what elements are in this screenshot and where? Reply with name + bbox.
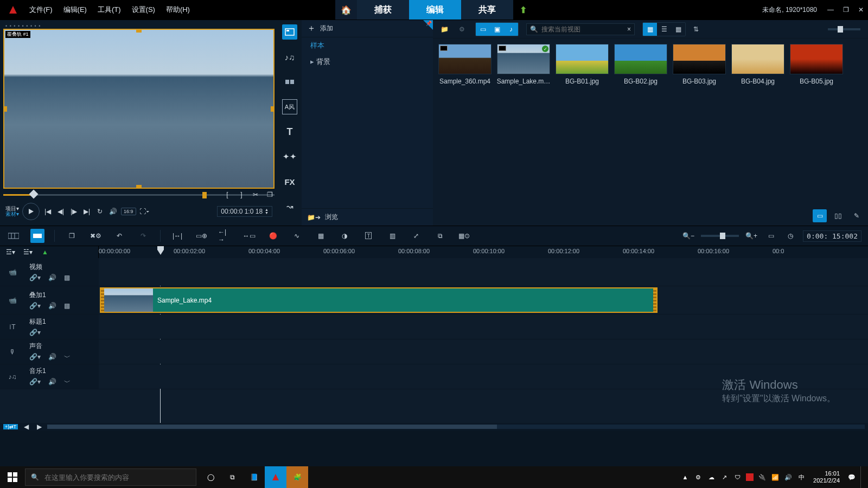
- snapshot-button[interactable]: ❐: [265, 190, 275, 200]
- hscroll-toggle[interactable]: +|⇄T: [3, 424, 18, 429]
- timeline-ruler[interactable]: 00:00:00:0000:00:02:0000:00:04:0000:00:0…: [99, 246, 868, 258]
- library-item[interactable]: BG-B04.jpg: [731, 44, 784, 85]
- cat-title[interactable]: A风: [282, 99, 297, 114]
- playback-mode[interactable]: 项目▾ 素材▾: [5, 206, 19, 217]
- play-button[interactable]: [22, 203, 40, 220]
- timeline-clip[interactable]: Sample_Lake.mp4: [100, 287, 658, 313]
- cat-text[interactable]: T: [282, 124, 297, 139]
- timecode-display[interactable]: 00:00:0 1:0 18 ▲▼: [217, 206, 272, 217]
- cat-path[interactable]: ↝: [282, 199, 297, 214]
- notifications-icon[interactable]: 💬: [847, 473, 856, 481]
- fit-project-button[interactable]: |↔|: [170, 229, 184, 243]
- library-search[interactable]: 🔍 ×: [526, 23, 635, 35]
- redo-button[interactable]: ↷: [136, 229, 150, 243]
- scrub-endmark[interactable]: [202, 192, 207, 198]
- thumb-zoom-handle[interactable]: [838, 26, 843, 33]
- go-end-button[interactable]: ▶|: [82, 207, 92, 216]
- tab-share[interactable]: 共享: [461, 0, 513, 20]
- loop-button[interactable]: ↻: [95, 207, 105, 216]
- go-start-button[interactable]: |◀: [43, 207, 53, 216]
- pane-grip[interactable]: • • • • • • • • •: [3, 23, 275, 29]
- import-button[interactable]: 📁: [437, 23, 451, 36]
- menu-file[interactable]: 文件(F): [24, 3, 58, 17]
- filter-video[interactable]: ▭: [476, 23, 490, 36]
- track-music-body[interactable]: [99, 364, 868, 389]
- tray-icon[interactable]: ☁: [707, 473, 716, 481]
- thumb-zoom-slider[interactable]: [828, 28, 860, 30]
- taskbar-app-3[interactable]: 🧩: [286, 466, 308, 488]
- 3d-button[interactable]: ⧉: [433, 229, 447, 243]
- tab-edit[interactable]: 编辑: [409, 0, 461, 20]
- aspect-ratio-chip[interactable]: 16:9: [121, 208, 136, 215]
- show-desktop-button[interactable]: [860, 466, 864, 488]
- track-video-body[interactable]: [99, 258, 868, 286]
- track-title-icon[interactable]: ⁞T: [0, 314, 25, 339]
- audio-mixer-button[interactable]: ∿: [290, 229, 304, 243]
- timeline-zoom-slider[interactable]: [701, 235, 739, 237]
- track-motion-button[interactable]: ▦⊙: [457, 229, 471, 243]
- mute-icon[interactable]: 🔊: [48, 353, 56, 362]
- filter-photo[interactable]: ▣: [490, 23, 504, 36]
- pane-grip-2[interactable]: [278, 20, 280, 25]
- link-icon[interactable]: 🔗▾: [29, 329, 41, 336]
- cat-media[interactable]: [282, 24, 297, 40]
- search-input[interactable]: [541, 25, 624, 33]
- footer-btn-3[interactable]: ✎: [850, 209, 864, 222]
- resize-handle-n[interactable]: [136, 29, 142, 33]
- expand-icon[interactable]: ﹀: [64, 378, 71, 387]
- insert-mode-button[interactable]: ▭⊕: [194, 229, 208, 243]
- disable-icon[interactable]: ▩: [64, 274, 70, 281]
- mute-icon[interactable]: 🔊: [48, 274, 56, 281]
- tab-home[interactable]: 🏠: [335, 0, 357, 20]
- view-thumbnails[interactable]: ▦: [643, 23, 657, 36]
- tab-capture[interactable]: 捕获: [357, 0, 409, 20]
- tray-ime[interactable]: 中: [797, 473, 806, 481]
- link-icon[interactable]: 🔗▾: [29, 274, 41, 281]
- taskbar-app-1[interactable]: 📘: [243, 466, 265, 488]
- mute-icon[interactable]: 🔊: [48, 378, 56, 387]
- tray-icon[interactable]: 🔌: [758, 473, 767, 481]
- track-options-2[interactable]: ☱▾: [23, 247, 33, 257]
- track-video-icon[interactable]: 📹: [0, 258, 25, 286]
- playhead-marker[interactable]: [157, 246, 164, 255]
- track-options-1[interactable]: ☲▾: [5, 247, 15, 257]
- undo-button[interactable]: ↶: [112, 229, 126, 243]
- cat-transition[interactable]: [282, 74, 297, 89]
- tray-icon[interactable]: [746, 473, 754, 481]
- tray-icon[interactable]: 🛡: [733, 473, 742, 481]
- hscroll-left[interactable]: ◀: [21, 422, 31, 432]
- copy-attrib-button[interactable]: ❐: [65, 229, 79, 243]
- tray-wifi-icon[interactable]: 📶: [771, 473, 780, 481]
- taskbar-search-input[interactable]: [44, 473, 190, 481]
- link-icon[interactable]: 🔗▾: [29, 353, 41, 362]
- link-icon[interactable]: 🔗▾: [29, 378, 41, 387]
- tools-button[interactable]: ✖⚙: [88, 229, 103, 243]
- mute-icon[interactable]: 🔊: [48, 302, 56, 310]
- library-item[interactable]: ✓Sample_Lake.m…: [497, 44, 550, 85]
- ripple-button[interactable]: ←|→: [218, 229, 232, 243]
- track-title-body[interactable]: [99, 314, 868, 339]
- clip-trim-right[interactable]: [653, 288, 656, 312]
- view-list[interactable]: ☰: [657, 23, 671, 36]
- timeline-zoom-handle[interactable]: [720, 233, 725, 239]
- resize-handle-e[interactable]: [271, 106, 275, 112]
- task-view-icon[interactable]: ⧉: [221, 466, 243, 488]
- tree-background[interactable]: ▸背景: [302, 54, 433, 70]
- resize-handle-w[interactable]: [3, 106, 7, 112]
- disable-icon[interactable]: ▩: [64, 302, 70, 310]
- zoom-in-button[interactable]: 🔍+: [744, 229, 758, 243]
- hscroll-right[interactable]: ▶: [34, 422, 44, 432]
- mark-in-button[interactable]: [: [222, 190, 232, 200]
- hscroll-bar[interactable]: [47, 425, 865, 429]
- track-overlay-body[interactable]: Sample_Lake.mp4: [99, 286, 868, 314]
- library-item[interactable]: BG-B02.jpg: [614, 44, 667, 85]
- clip-trim-left[interactable]: [101, 288, 104, 312]
- cat-audio[interactable]: ♪♫: [282, 49, 297, 65]
- browse-button[interactable]: 📁➔ 浏览: [302, 208, 433, 226]
- slip-button[interactable]: ↔▭: [242, 229, 256, 243]
- track-overlay-icon[interactable]: 📹: [0, 286, 25, 314]
- tray-icon[interactable]: ↗: [720, 473, 729, 481]
- split-screen-button[interactable]: ▥: [385, 229, 399, 243]
- zoom-out-button[interactable]: 🔍−: [681, 229, 695, 243]
- taskbar-search[interactable]: 🔍: [25, 468, 196, 486]
